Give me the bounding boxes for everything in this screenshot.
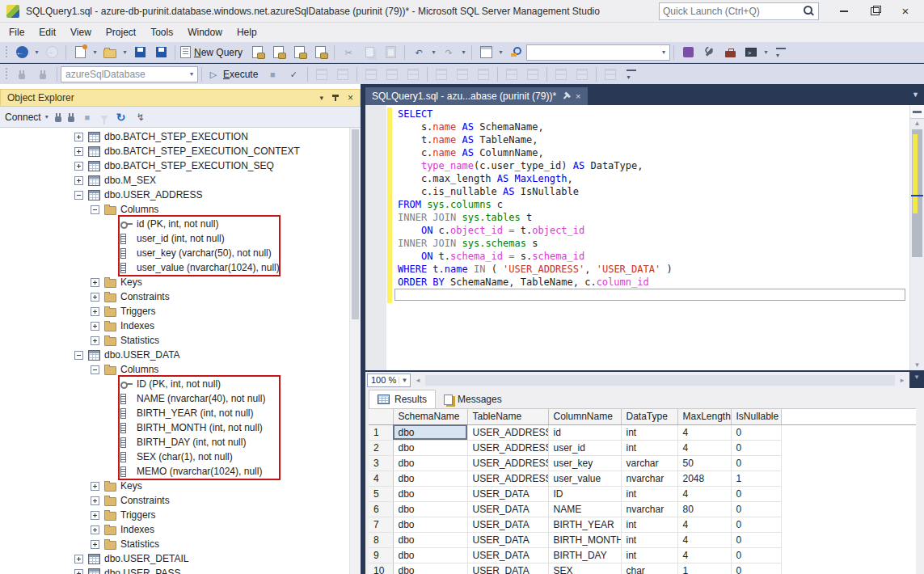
quick-launch-input[interactable] bbox=[660, 6, 803, 17]
tree-item[interactable]: Statistics bbox=[0, 537, 350, 551]
find-combobox[interactable]: ▾ bbox=[526, 44, 670, 61]
open-file-button[interactable] bbox=[99, 44, 120, 61]
tree-item[interactable]: dbo.BATCH_STEP_EXECUTION bbox=[0, 129, 350, 144]
grid-cell[interactable]: 0 bbox=[731, 440, 781, 455]
grid-cell[interactable]: dbo bbox=[393, 501, 467, 517]
tree-item[interactable]: dbo.BATCH_STEP_EXECUTION_CONTEXT bbox=[0, 144, 350, 158]
grid-cell[interactable]: dbo bbox=[393, 486, 467, 501]
grid-cell[interactable]: 0 bbox=[731, 517, 781, 532]
object-explorer-scrollbar[interactable] bbox=[349, 128, 361, 574]
activity-monitor-button[interactable]: ↯ bbox=[134, 111, 147, 124]
results-to-text-button[interactable] bbox=[431, 65, 452, 83]
cut-button[interactable]: ✂ bbox=[338, 44, 359, 61]
navigate-backward-dropdown-icon[interactable]: ▾ bbox=[32, 44, 41, 61]
include-actual-plan-button[interactable] bbox=[361, 65, 382, 83]
expand-icon[interactable] bbox=[91, 307, 99, 316]
grid-cell[interactable]: dbo bbox=[393, 547, 467, 563]
decrease-indent-button[interactable] bbox=[551, 65, 572, 83]
grid-cell[interactable]: USER_DATA bbox=[467, 532, 548, 547]
uncomment-selection-button[interactable] bbox=[522, 65, 543, 83]
tree-item[interactable]: BIRTH_DAY (int, not null) bbox=[0, 435, 350, 449]
expand-icon[interactable] bbox=[74, 555, 83, 563]
display-estimated-plan-button[interactable] bbox=[311, 65, 332, 83]
toolbox-button[interactable] bbox=[719, 44, 740, 61]
grid-column-header[interactable]: SchemaName bbox=[393, 409, 467, 424]
cancel-query-button[interactable]: ■ bbox=[262, 65, 283, 83]
include-live-query-statistics-button[interactable] bbox=[382, 65, 403, 83]
undo-button[interactable]: ↶ bbox=[408, 44, 429, 61]
toolbar-options-button[interactable]: ▾ bbox=[621, 65, 642, 83]
scroll-down-icon[interactable]: ▼ bbox=[910, 361, 924, 369]
collapse-icon[interactable] bbox=[74, 351, 83, 360]
tree-item[interactable]: ID (PK, int, not null) bbox=[0, 377, 350, 391]
grid-cell[interactable]: 4 bbox=[677, 486, 731, 501]
paste-button[interactable] bbox=[380, 44, 401, 61]
tree-item[interactable]: Constraints bbox=[0, 289, 350, 304]
scrollbar-thumb[interactable] bbox=[425, 375, 895, 386]
object-explorer-titlebar[interactable]: Object Explorer ▾ × bbox=[0, 89, 361, 107]
grid-cell[interactable]: user_id bbox=[548, 440, 621, 455]
grid-cell[interactable]: USER_ADDRESS bbox=[467, 440, 548, 455]
minimize-button[interactable] bbox=[830, 2, 858, 20]
grid-column-header[interactable]: MaxLength bbox=[677, 409, 731, 424]
grid-cell[interactable]: dbo bbox=[393, 532, 467, 547]
tree-item[interactable]: Keys bbox=[0, 275, 350, 289]
grid-cell[interactable]: varchar bbox=[621, 455, 677, 471]
grid-cell[interactable]: 4 bbox=[677, 532, 731, 547]
command-window-button[interactable]: > bbox=[740, 44, 762, 61]
grid-cell[interactable]: user_key bbox=[548, 455, 621, 471]
grid-cell[interactable]: 1 bbox=[677, 563, 731, 574]
scroll-right-icon[interactable]: ▸ bbox=[897, 374, 908, 387]
grid-row-number[interactable]: 1 bbox=[369, 424, 393, 440]
template-parameters-button[interactable] bbox=[505, 44, 526, 61]
tree-item[interactable]: dbo.BATCH_STEP_EXECUTION_SEQ bbox=[0, 158, 350, 173]
new-project-dropdown-icon[interactable]: ▾ bbox=[91, 44, 99, 61]
redo-button[interactable]: ↷ bbox=[438, 44, 459, 61]
grid-cell[interactable]: 0 bbox=[731, 547, 781, 563]
grid-cell[interactable]: 0 bbox=[731, 486, 781, 501]
expand-icon[interactable] bbox=[74, 176, 83, 185]
tree-item[interactable]: dbo.USER_PASS bbox=[0, 566, 350, 574]
navigate-backward-button[interactable]: ← bbox=[11, 44, 32, 61]
data-tools-button[interactable] bbox=[677, 44, 698, 61]
connect-button[interactable] bbox=[11, 65, 32, 83]
grid-column-header[interactable]: TableName bbox=[467, 409, 548, 424]
pin-icon[interactable] bbox=[331, 94, 340, 103]
copy-button[interactable] bbox=[359, 44, 380, 61]
tree-item[interactable]: Columns bbox=[0, 362, 350, 377]
save-all-button[interactable] bbox=[150, 44, 171, 61]
grid-row-number[interactable]: 4 bbox=[369, 471, 393, 486]
grid-row-number[interactable]: 3 bbox=[369, 455, 393, 471]
grid-cell[interactable]: user_value bbox=[548, 471, 621, 486]
window-position-menu-icon[interactable]: ▾ bbox=[319, 94, 323, 102]
tab-messages[interactable]: Messages bbox=[436, 390, 510, 408]
grid-cell[interactable]: 0 bbox=[731, 532, 781, 547]
tree-item[interactable]: Columns bbox=[0, 202, 350, 217]
grid-row-number[interactable]: 6 bbox=[369, 501, 393, 517]
connect-dropdown-button[interactable]: Connect▾ bbox=[5, 112, 49, 123]
expand-icon[interactable] bbox=[91, 525, 99, 534]
sql-editor[interactable]: SELECT s.name AS SchemaName, t.name AS T… bbox=[365, 105, 924, 370]
grid-row-number[interactable]: 9 bbox=[369, 547, 393, 563]
grid-cell[interactable]: BIRTH_DAY bbox=[548, 547, 621, 563]
scrollbar-options-icon[interactable]: ▼ bbox=[909, 374, 924, 386]
grid-cell[interactable]: int bbox=[621, 486, 677, 501]
collapse-icon[interactable] bbox=[91, 205, 99, 214]
grid-cell[interactable]: USER_DATA bbox=[467, 563, 548, 574]
grid-cell[interactable]: id bbox=[548, 424, 621, 440]
increase-indent-button[interactable] bbox=[572, 65, 593, 83]
grid-cell[interactable]: dbo bbox=[393, 471, 467, 486]
expand-icon[interactable] bbox=[91, 540, 99, 549]
expand-icon[interactable] bbox=[91, 278, 99, 287]
grid-cell[interactable]: 1 bbox=[731, 471, 781, 486]
menu-project[interactable]: Project bbox=[99, 23, 143, 42]
results-to-file-button[interactable] bbox=[473, 65, 494, 83]
tree-item[interactable]: Indexes bbox=[0, 319, 350, 333]
grid-cell[interactable]: char bbox=[621, 563, 677, 574]
expand-icon[interactable] bbox=[91, 336, 99, 345]
grid-cell[interactable]: USER_ADDRESS bbox=[467, 455, 548, 471]
new-dmx-query-button[interactable] bbox=[268, 44, 289, 61]
grid-cell[interactable]: nvarchar bbox=[621, 471, 677, 486]
expand-icon[interactable] bbox=[91, 496, 99, 505]
tree-item[interactable]: Triggers bbox=[0, 304, 350, 319]
